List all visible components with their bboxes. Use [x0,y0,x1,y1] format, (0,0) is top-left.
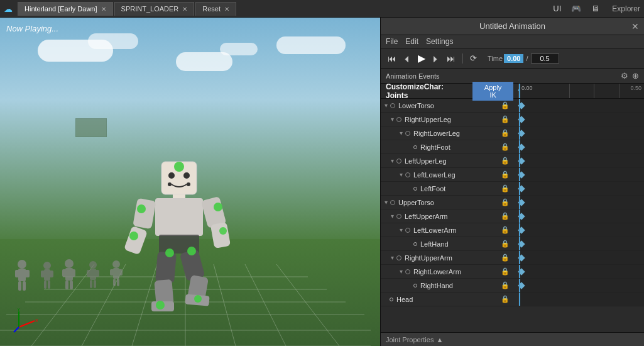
svg-rect-22 [49,271,53,277]
joint-label-cell: LeftHand 🔒 [381,237,519,250]
anim-close-button[interactable]: ✕ [631,21,639,31]
main-character [123,155,236,321]
playhead-rightupperleg [519,113,520,126]
joint-row-uppertorso[interactable]: ▾ UpperTorso 🔒 [381,196,644,209]
skip-to-end-button[interactable]: ⏭ [445,52,457,65]
joint-name-lowertorso: LowerTorso [398,102,434,109]
joint-row-leftupperleg[interactable]: ▾ LeftUpperLeg 🔒 [381,154,644,168]
svg-rect-33 [87,270,91,277]
lock-icon-head[interactable]: 🔒 [501,295,510,303]
expand-icon-rightlowerarm[interactable]: ▾ [400,268,403,275]
svg-rect-18 [23,281,26,291]
joint-row-head[interactable]: Head 🔒 [381,293,644,306]
joint-row-rightlowerarm[interactable]: ▾ RightLowerArm 🔒 [381,265,644,279]
apply-ik-button[interactable]: Apply IK [472,82,513,101]
joint-row-rightupperleg[interactable]: ▾ RightUpperLeg 🔒 [381,113,644,126]
joint-timeline-leftlowerarm [519,223,644,237]
lock-icon-rightlowerarm[interactable]: 🔒 [501,267,510,276]
joint-row-leftlowerarm[interactable]: ▾ LeftLowerArm 🔒 [381,223,644,237]
playhead-leftlowerarm [519,223,520,237]
expand-icon-rightupperarm[interactable]: ▾ [391,254,394,261]
tab-close-reset[interactable]: ✕ [224,6,229,13]
joint-dot-leftupperarm [396,214,401,219]
expand-icon-leftupperarm[interactable]: ▾ [391,213,394,220]
screen-icon-button[interactable]: 🖥 [589,3,602,14]
gear-icon[interactable]: ⚙ [621,71,628,81]
add-event-icon[interactable]: ⊕ [632,71,639,81]
header-right: 0.00 0.50 [519,84,644,98]
time-slash: / [526,55,528,62]
expand-icon-rightlowerleg[interactable]: ▾ [400,130,403,137]
play-button[interactable]: ▶ [416,51,427,65]
joints-timeline[interactable]: ▾ LowerTorso 🔒 ▾ RightUpperLeg 🔒 [381,99,644,332]
lock-icon-leftupperleg[interactable]: 🔒 [501,157,510,165]
joint-timeline-leftfoot [519,182,644,195]
tab-sprint-loader[interactable]: SPRINT_LOADER ✕ [114,2,195,16]
joint-props-label: Joint Properties [386,336,434,343]
joint-name-rightupperleg: RightUpperLeg [405,116,451,123]
svg-point-31 [89,261,97,269]
joint-row-righthand[interactable]: RightHand 🔒 [381,279,644,293]
lock-icon-rightupperarm[interactable]: 🔒 [501,254,510,262]
expand-icon-lowertorso[interactable]: ▾ [385,102,388,109]
lock-icon-rightupperleg[interactable]: 🔒 [501,115,510,123]
joint-row-leftfoot[interactable]: LeftFoot 🔒 [381,182,644,196]
step-back-button[interactable]: ⏴ [401,52,413,65]
customize-label: CustomizeChar: Joints [386,82,467,100]
loop-button[interactable]: ⟳ [468,52,479,64]
expand-icon-rightupperleg[interactable]: ▾ [391,116,394,123]
joint-row-leftlowerleg[interactable]: ▾ LeftLowerLeg 🔒 [381,168,644,182]
lock-icon-leftlowerarm[interactable]: 🔒 [501,226,510,234]
svg-rect-29 [65,281,68,289]
ruler-tick-1 [569,84,570,98]
step-forward-button[interactable]: ⏵ [430,52,442,65]
expand-icon-leftupperleg[interactable]: ▾ [391,157,394,164]
lock-icon-lefthand[interactable]: 🔒 [501,240,510,248]
cloud-2 [88,33,138,49]
playhead-head [519,293,520,306]
joint-dot-rightlowerarm [405,269,410,274]
current-time-display: 0.00 [504,54,523,63]
lock-icon-rightlowerleg[interactable]: 🔒 [501,129,510,137]
lock-icon-rightfoot[interactable]: 🔒 [501,143,510,151]
max-time-input[interactable] [531,53,559,64]
svg-point-67 [187,247,196,255]
lock-icon-uppertorso[interactable]: 🔒 [501,198,510,206]
explorer-label: Explorer [612,4,640,13]
tab-reset[interactable]: Reset ✕ [195,2,236,16]
tab-hinterland[interactable]: Hinterland [Early Dawn] ✕ [18,2,113,16]
tab-close-sprint[interactable]: ✕ [182,6,187,13]
playhead-rightupperarm [519,251,520,264]
gamepad-icon-button[interactable]: 🎮 [569,3,584,14]
svg-point-44 [168,172,175,179]
playhead-rightfoot [519,140,520,153]
tab-close-hinterland[interactable]: ✕ [101,6,106,13]
joint-name-uppertorso: UpperTorso [398,199,434,206]
joint-dot-rightfoot [413,145,417,149]
joint-row-lowertorso[interactable]: ▾ LowerTorso 🔒 [381,99,644,113]
expand-icon-leftlowerarm[interactable]: ▾ [400,226,403,233]
joint-label-cell: ▾ LeftUpperArm 🔒 [381,209,519,223]
lock-icon-righthand[interactable]: 🔒 [501,281,510,289]
menu-file[interactable]: File [386,37,398,46]
joint-label-cell: ▾ LeftLowerArm 🔒 [381,223,519,237]
joint-row-rightupperarm[interactable]: ▾ RightUpperArm 🔒 [381,251,644,265]
joint-row-lefthand[interactable]: LeftHand 🔒 [381,237,644,251]
menu-edit[interactable]: Edit [405,37,418,46]
lock-icon-leftupperarm[interactable]: 🔒 [501,212,510,220]
expand-icon-leftlowerleg[interactable]: ▾ [400,171,403,178]
expand-icon-uppertorso[interactable]: ▾ [385,199,388,206]
joint-row-rightfoot[interactable]: RightFoot 🔒 [381,140,644,154]
menu-settings[interactable]: Settings [426,37,453,46]
lock-icon-leftlowerleg[interactable]: 🔒 [501,170,510,179]
lock-icon-leftfoot[interactable]: 🔒 [501,184,510,193]
ui-button[interactable]: UI [550,3,564,14]
joint-label-cell: ▾ RightUpperLeg 🔒 [381,113,519,126]
joint-row-rightlowerleg[interactable]: ▾ RightLowerLeg 🔒 [381,126,644,140]
joint-props-bar[interactable]: Joint Properties ▲ [381,332,644,346]
svg-text:X: X [35,318,38,323]
lock-icon-lowertorso[interactable]: 🔒 [501,101,510,109]
skip-to-start-button[interactable]: ⏮ [386,52,398,65]
joint-row-leftupperarm[interactable]: ▾ LeftUpperArm 🔒 [381,209,644,223]
svg-rect-17 [18,281,21,291]
